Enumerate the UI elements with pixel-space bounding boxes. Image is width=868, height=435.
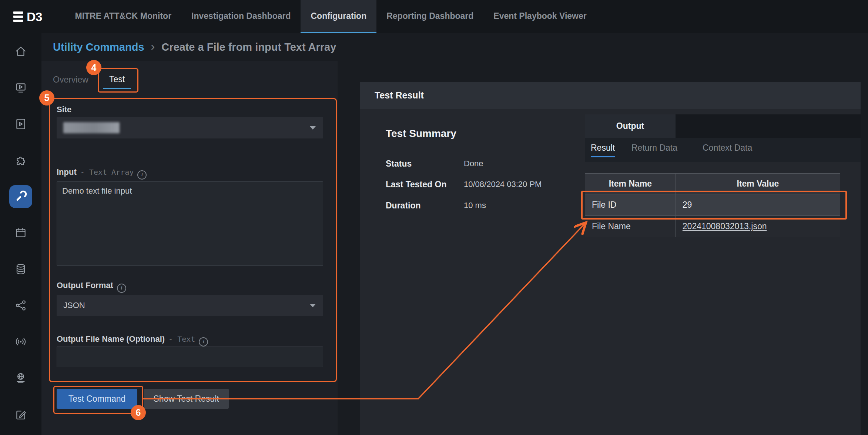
input-label-row: Input- Text Arrayi — [57, 167, 147, 180]
test-result-panel: Test Result Test Summary Status Done Las… — [360, 82, 861, 435]
file-id-name-cell: File ID — [585, 194, 676, 216]
result-subtab-band: Result Return Data Context Data — [585, 138, 861, 162]
schedule-calendar-icon[interactable] — [0, 215, 41, 251]
chevron-down-icon — [310, 126, 316, 130]
duration-value: 10 ms — [464, 201, 486, 212]
nav-item-configuration[interactable]: Configuration — [301, 0, 376, 33]
output-format-label-row: Output Formati — [57, 281, 126, 293]
left-icon-sidebar — [0, 33, 41, 435]
tab-overview[interactable]: Overview — [53, 75, 88, 85]
table-row-file-name[interactable]: File Name 20241008032013.json — [585, 216, 840, 237]
item-name-header: Item Name — [585, 174, 676, 194]
home-icon[interactable] — [0, 33, 41, 70]
file-id-value-cell: 29 — [676, 194, 840, 216]
nav-item-event-playbook-viewer[interactable]: Event Playbook Viewer — [483, 0, 596, 33]
top-nav-items: MITRE ATT&CK Monitor Investigation Dashb… — [65, 0, 596, 33]
output-format-value: JSON — [63, 301, 85, 310]
site-label: Site — [57, 105, 71, 114]
annotation-badge-6: 6 — [131, 405, 146, 420]
annotation-badge-4: 4 — [86, 60, 101, 75]
breadcrumb-utility-commands[interactable]: Utility Commands — [53, 41, 144, 53]
status-value: Done — [464, 159, 483, 170]
breadcrumb-separator-icon: › — [151, 40, 155, 54]
broadcast-icon[interactable] — [0, 324, 41, 360]
breadcrumb-current-page: Create a File from input Text Array — [161, 41, 336, 53]
utility-tools-wrench-icon[interactable] — [0, 178, 41, 215]
show-test-result-button[interactable]: Show Test Result — [144, 389, 229, 409]
file-name-name-cell: File Name — [585, 216, 676, 237]
test-result-title: Test Result — [375, 90, 424, 101]
site-redacted-value — [63, 122, 120, 133]
summary-row-last-tested: Last Tested On 10/08/2024 03:20 PM — [386, 180, 542, 191]
last-tested-value: 10/08/2024 03:20 PM — [464, 180, 542, 191]
d3-logo[interactable]: D3 — [0, 0, 54, 33]
command-config-panel: Overview Test Site Input- Text Arrayi De… — [41, 61, 338, 435]
playback-monitor-icon[interactable] — [0, 70, 41, 106]
output-tab-strip: Output — [585, 114, 861, 138]
annotation-badge-5: 5 — [39, 90, 54, 106]
input-type-hint: - Text Array — [80, 168, 134, 177]
top-nav: D3 MITRE ATT&CK Monitor Investigation Da… — [0, 0, 868, 33]
test-summary-title: Test Summary — [386, 128, 456, 140]
subtab-context-data[interactable]: Context Data — [703, 143, 752, 156]
output-file-name-input[interactable] — [57, 347, 323, 367]
breadcrumb: Utility Commands › Create a File from in… — [53, 33, 336, 61]
video-file-icon[interactable] — [0, 106, 41, 142]
d3-logo-bars-icon — [13, 11, 23, 22]
test-result-header: Test Result — [360, 82, 861, 109]
input-textarea[interactable]: Demo text file input — [57, 181, 323, 266]
app-window: D3 MITRE ATT&CK Monitor Investigation Da… — [0, 0, 868, 435]
share-nodes-icon[interactable] — [0, 287, 41, 324]
test-command-button[interactable]: Test Command — [57, 389, 137, 409]
output-file-name-label: Output File Name (Optional) — [57, 334, 165, 344]
chevron-down-icon — [310, 304, 316, 307]
nav-item-reporting-dashboard[interactable]: Reporting Dashboard — [376, 0, 483, 33]
result-table: Item Name Item Value File ID 29 File Nam… — [585, 173, 840, 237]
site-dropdown[interactable] — [57, 117, 323, 138]
tab-test[interactable]: Test — [103, 70, 131, 89]
output-file-type-hint: - Text — [168, 335, 195, 344]
summary-row-status: Status Done — [386, 159, 483, 170]
d3-logo-text: D3 — [27, 10, 42, 24]
input-label: Input — [57, 167, 77, 177]
integrations-puzzle-icon[interactable] — [0, 142, 41, 178]
file-name-link[interactable]: 20241008032013.json — [683, 221, 767, 231]
database-icon[interactable] — [0, 251, 41, 287]
active-sidebar-highlight — [9, 185, 32, 208]
output-section: Output Result Return Data Context Data I… — [585, 114, 861, 162]
nav-item-investigation-dashboard[interactable]: Investigation Dashboard — [181, 0, 301, 33]
nav-item-mitre-monitor[interactable]: MITRE ATT&CK Monitor — [65, 0, 181, 33]
output-file-label-row: Output File Name (Optional)- Texti — [57, 334, 208, 347]
last-tested-label: Last Tested On — [386, 180, 464, 191]
output-format-label: Output Format — [57, 281, 113, 290]
file-name-value-cell: 20241008032013.json — [676, 216, 840, 237]
subtab-result[interactable]: Result — [591, 143, 615, 157]
output-file-info-icon[interactable]: i — [199, 337, 208, 347]
output-format-dropdown[interactable]: JSON — [57, 295, 323, 316]
duration-label: Duration — [386, 201, 464, 212]
input-info-icon[interactable]: i — [137, 170, 147, 180]
summary-row-duration: Duration 10 ms — [386, 201, 486, 212]
status-label: Status — [386, 159, 464, 170]
globe-settings-icon[interactable] — [0, 360, 41, 396]
table-row-file-id[interactable]: File ID 29 — [585, 194, 840, 216]
result-table-header-row: Item Name Item Value — [585, 174, 840, 194]
output-format-info-icon[interactable]: i — [117, 284, 126, 293]
signature-edit-icon[interactable] — [0, 396, 41, 432]
tab-output[interactable]: Output — [585, 114, 676, 138]
item-value-header: Item Value — [676, 174, 840, 194]
subtab-return-data[interactable]: Return Data — [631, 143, 677, 156]
